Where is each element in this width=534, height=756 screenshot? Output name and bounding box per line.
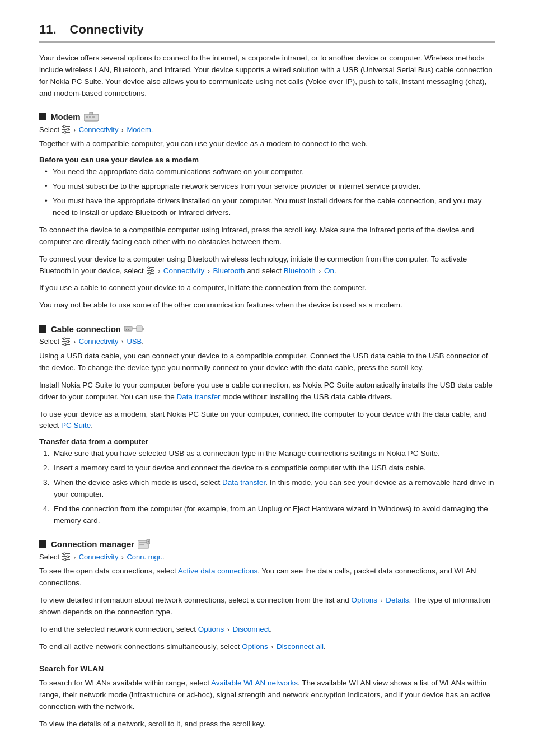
- modem-bullet-2: You must subscribe to the appropriate ne…: [45, 181, 495, 193]
- cable-para-3: To use your device as a modem, start Nok…: [39, 409, 495, 432]
- modem-bullet-1: You need the appropriate data communicat…: [45, 166, 495, 178]
- modem-para-3: If you use a cable to connect your devic…: [39, 282, 495, 294]
- cable-heading-text: Cable connection: [51, 324, 121, 334]
- section-bullet-icon: [39, 113, 46, 120]
- cable-section-heading: Cable connection: [39, 324, 495, 334]
- modem-bluetooth-para: To connect your device to a computer usi…: [39, 254, 495, 277]
- section-bullet-icon-3: [39, 540, 46, 548]
- modem-bullet-3: You must have the appropriate drivers in…: [45, 195, 495, 219]
- pc-suite-link: PC Suite: [61, 421, 91, 430]
- disconnect-link: Disconnect: [232, 625, 270, 633]
- modem-icon: [84, 112, 100, 122]
- chapter-title-text: Connectivity: [70, 22, 144, 36]
- transfer-step-2: Insert a memory card to your device and …: [51, 463, 495, 474]
- search-wlan-para-1: To search for WLANs available within ran…: [39, 678, 495, 713]
- transfer-step-3: When the device asks which mode is used,…: [51, 477, 495, 501]
- settings-menu-icon: [62, 125, 71, 134]
- connmgr-para-2: To view detailed information about netwo…: [39, 595, 495, 618]
- modem-para-1: To connect the device to a compatible co…: [39, 225, 495, 248]
- connmgr-path-connectivity: Connectivity: [79, 553, 119, 561]
- options-link-1: Options: [352, 596, 378, 604]
- connmgr-section-heading: Connection manager: [39, 539, 495, 549]
- settings-menu-icon-2: [146, 266, 155, 275]
- disconnect-all-link: Disconnect all: [277, 642, 324, 651]
- connmgr-path-connmgr: Conn. mgr.: [127, 553, 162, 561]
- cable-para-1: Using a USB data cable, you can connect …: [39, 351, 495, 374]
- cable-icon: [124, 324, 144, 334]
- page-footer: © 2007 Nokia. All rights reserved. 44: [39, 753, 495, 756]
- cable-path-connectivity: Connectivity: [79, 337, 119, 346]
- settings-menu-icon-3: [62, 337, 71, 346]
- modem-heading-text: Modem: [51, 112, 81, 122]
- options-link-3: Options: [242, 642, 268, 651]
- modem-bullets: You need the appropriate data communicat…: [45, 166, 495, 219]
- bluetooth-path-connectivity: Connectivity: [163, 267, 205, 275]
- settings-menu-icon-4: [62, 552, 71, 561]
- modem-select-path: Select › Connectivity › Modem.: [39, 124, 495, 136]
- transfer-step-1: Make sure that you have selected USB as …: [51, 448, 495, 460]
- modem-para-4: You may not be able to use some of the o…: [39, 300, 495, 311]
- connmgr-heading-text: Connection manager: [51, 539, 134, 549]
- search-wlan-para-2: To view the details of a network, scroll…: [39, 718, 495, 730]
- search-wlan-heading: Search for WLAN: [39, 664, 495, 673]
- modem-path-modem: Modem: [127, 125, 151, 134]
- connmgr-para-1: To see the open data connections, select…: [39, 566, 495, 589]
- data-transfer-link-1: Data transfer: [176, 393, 220, 401]
- connmgr-para-4: To end all active network connections si…: [39, 641, 495, 653]
- transfer-data-label: Transfer data from a computer: [39, 437, 495, 446]
- cable-para-2: Install Nokia PC Suite to your computer …: [39, 380, 495, 403]
- connmgr-icon: [138, 539, 150, 549]
- modem-section-heading: Modem: [39, 112, 495, 122]
- transfer-steps-list: Make sure that you have selected USB as …: [51, 448, 495, 527]
- cable-select-path: Select › Connectivity › USB.: [39, 336, 495, 347]
- bluetooth-path-bluetooth: Bluetooth: [213, 267, 245, 275]
- transfer-step-4: End the connection from the computer (fo…: [51, 503, 495, 527]
- section-bullet-icon-2: [39, 325, 46, 333]
- modem-intro-text: Together with a compatible computer, you…: [39, 138, 495, 150]
- chapter-number: 11.: [39, 22, 57, 36]
- options-link-2: Options: [198, 625, 224, 633]
- modem-path-connectivity: Connectivity: [79, 125, 119, 134]
- chapter-heading: 11.Connectivity: [39, 22, 495, 43]
- connmgr-select-path: Select › Connectivity › Conn. mgr..: [39, 552, 495, 563]
- connmgr-para-3: To end the selected network connection, …: [39, 624, 495, 636]
- intro-paragraph: Your device offers several options to co…: [39, 53, 495, 100]
- available-wlan-link: Available WLAN networks: [211, 679, 298, 687]
- details-link: Details: [386, 596, 409, 604]
- bluetooth-path-on: On: [324, 267, 334, 275]
- active-data-connections-link: Active data connections: [178, 567, 258, 575]
- bluetooth-path-bluetooth2: Bluetooth: [284, 267, 316, 275]
- cable-path-usb: USB: [127, 337, 142, 346]
- modem-before-label: Before you can use your device as a mode…: [39, 156, 495, 164]
- data-transfer-link-2: Data transfer: [222, 478, 265, 487]
